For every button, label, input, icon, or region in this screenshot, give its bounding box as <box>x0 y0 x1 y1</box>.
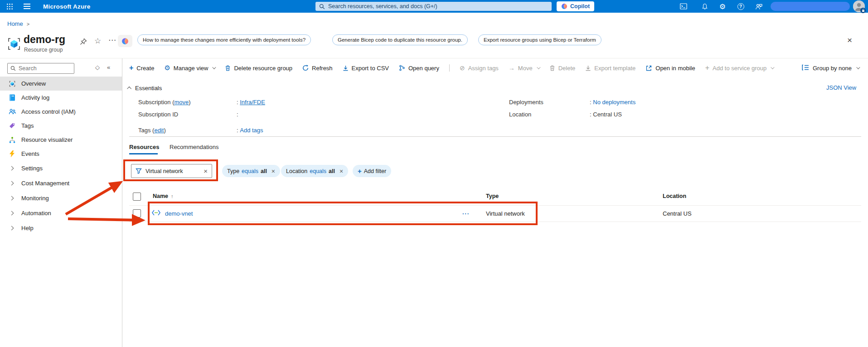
account-avatar[interactable] <box>853 0 865 12</box>
remove-filter-icon[interactable]: × <box>272 168 275 175</box>
page-subtitle: Resource group <box>24 47 63 53</box>
breadcrumb-home-link[interactable]: Home <box>7 20 23 27</box>
plus-icon: + <box>358 167 362 175</box>
open-query-button[interactable]: Open query <box>399 65 439 72</box>
assign-tags-button[interactable]: ⊘ Assign tags <box>460 64 499 72</box>
chevron-right-icon <box>8 212 16 215</box>
close-blade-icon[interactable]: × <box>847 35 852 45</box>
breadcrumb-separator: > <box>27 21 29 27</box>
sidebar-group-cost-management[interactable]: Cost Management <box>0 176 122 190</box>
sidebar-item-activity-log[interactable]: Activity log <box>0 91 122 105</box>
deployments-label: Deployments <box>509 99 543 106</box>
chevron-down-icon <box>213 65 216 69</box>
tab-recommendations[interactable]: Recommendations <box>170 144 218 150</box>
export-to-csv-button[interactable]: Export to CSV <box>343 65 389 72</box>
delete-resource-group-button[interactable]: Delete resource group <box>225 65 292 72</box>
resource-name-link[interactable]: demo-vnet <box>165 210 193 217</box>
branch-icon <box>399 65 405 71</box>
add-to-service-group-button[interactable]: + Add to service group <box>705 64 774 72</box>
essentials-toggle[interactable]: Essentials <box>128 85 162 92</box>
resource-group-icon <box>6 36 22 53</box>
delete-button[interactable]: Delete <box>549 65 576 72</box>
create-button[interactable]: + Create <box>129 64 154 72</box>
help-icon[interactable]: ? <box>734 0 747 13</box>
remove-filter-icon[interactable]: × <box>339 168 343 175</box>
copilot-suggestion-chip[interactable]: Generate Bicep code to duplicate this re… <box>332 34 468 45</box>
download-icon <box>343 65 349 71</box>
sort-ascending-icon: ↑ <box>171 193 174 199</box>
sidebar-group-help[interactable]: Help <box>0 221 122 235</box>
sidebar-search-input[interactable] <box>19 65 71 72</box>
column-header-name[interactable]: Name↑ <box>153 193 174 199</box>
activity-log-icon <box>8 94 16 101</box>
feedback-icon[interactable] <box>752 0 765 13</box>
notifications-bell-icon[interactable] <box>698 0 711 13</box>
settings-gear-icon[interactable]: ⚙ <box>716 0 729 13</box>
sidebar-search[interactable] <box>7 63 74 74</box>
manage-view-button[interactable]: ⚙ Manage view <box>164 64 215 72</box>
global-search[interactable] <box>315 2 552 11</box>
cloud-shell-icon[interactable] <box>677 0 690 13</box>
collapse-sidebar-icon[interactable]: « <box>107 64 110 71</box>
trash-icon <box>549 65 555 71</box>
global-search-input[interactable] <box>328 3 548 10</box>
brand-title[interactable]: Microsoft Azure <box>43 3 91 10</box>
type-filter-pill[interactable]: Type equals all × <box>222 165 280 177</box>
tags-edit-link[interactable]: edit <box>154 127 164 134</box>
export-template-button[interactable]: Export template <box>585 65 635 72</box>
favorite-star-icon[interactable]: ☆ <box>94 37 101 45</box>
dock-menu-icon[interactable]: ◇ <box>95 64 100 71</box>
app-launcher-icon[interactable] <box>3 0 16 13</box>
column-header-type[interactable]: Type <box>486 193 499 199</box>
access-control-icon <box>8 108 16 115</box>
clear-filter-icon[interactable]: × <box>204 167 208 175</box>
subscription-move-link[interactable]: move <box>174 99 189 106</box>
subscription-link[interactable]: Infra/FDE <box>240 99 265 106</box>
refresh-button[interactable]: Refresh <box>302 65 333 72</box>
sidebar-group-settings[interactable]: Settings <box>0 161 122 175</box>
chevron-down-icon <box>856 65 860 69</box>
search-icon <box>319 4 325 10</box>
virtual-network-icon <box>151 209 161 217</box>
resource-visualizer-icon <box>8 136 16 144</box>
sidebar-item-resource-visualizer[interactable]: Resource visualizer <box>0 133 122 147</box>
sidebar-item-overview[interactable]: Overview <box>0 77 122 91</box>
essentials-row: Tags (edit) : Add tags <box>122 126 868 134</box>
row-context-menu-icon[interactable]: ··· <box>462 210 470 217</box>
sidebar-group-automation[interactable]: Automation <box>0 206 122 220</box>
refresh-icon <box>302 65 309 71</box>
deployments-link[interactable]: No deployments <box>593 99 635 106</box>
essentials-divider <box>129 136 861 137</box>
filter-search-box[interactable]: × <box>131 164 212 178</box>
location-filter-pill[interactable]: Location equals all × <box>281 165 348 177</box>
copilot-label: Copilot <box>570 3 590 10</box>
arrow-right-icon: → <box>509 64 515 72</box>
open-in-mobile-button[interactable]: Open in mobile <box>645 65 695 72</box>
more-options-icon[interactable]: ⋯ <box>108 36 116 44</box>
filter-search-input[interactable] <box>145 168 200 174</box>
filter-funnel-icon <box>136 168 142 174</box>
add-tags-link[interactable]: Add tags <box>240 127 263 134</box>
hamburger-menu-icon[interactable] <box>21 0 33 13</box>
copilot-button[interactable]: Copilot <box>557 1 594 11</box>
subscription-id-label: Subscription ID <box>138 111 178 118</box>
active-tab-underline <box>129 153 158 154</box>
pin-icon[interactable] <box>80 38 87 47</box>
group-by-dropdown[interactable]: Group by none <box>802 62 859 74</box>
command-bar: + Create ⚙ Manage view Delete resource g… <box>129 62 773 74</box>
copilot-suggestions-icon[interactable] <box>118 35 132 47</box>
json-view-link[interactable]: JSON View <box>826 84 856 91</box>
copilot-suggestion-chip[interactable]: Export resource groups using Bicep or Te… <box>478 34 601 45</box>
sidebar-item-events[interactable]: Events <box>0 147 122 161</box>
sidebar-group-monitoring[interactable]: Monitoring <box>0 191 122 205</box>
column-header-location[interactable]: Location <box>663 193 686 199</box>
sidebar-item-tags[interactable]: Tags <box>0 119 122 133</box>
select-all-checkbox[interactable] <box>133 193 141 201</box>
copilot-suggestion-chip[interactable]: How to manage these changes more efficie… <box>137 34 311 45</box>
tab-resources[interactable]: Resources <box>129 144 159 150</box>
chevron-right-icon <box>8 197 16 200</box>
row-checkbox[interactable] <box>133 209 141 217</box>
add-filter-button[interactable]: + Add filter <box>353 165 391 177</box>
move-button[interactable]: → Move <box>509 64 539 72</box>
sidebar-item-access-control[interactable]: Access control (IAM) <box>0 105 122 119</box>
